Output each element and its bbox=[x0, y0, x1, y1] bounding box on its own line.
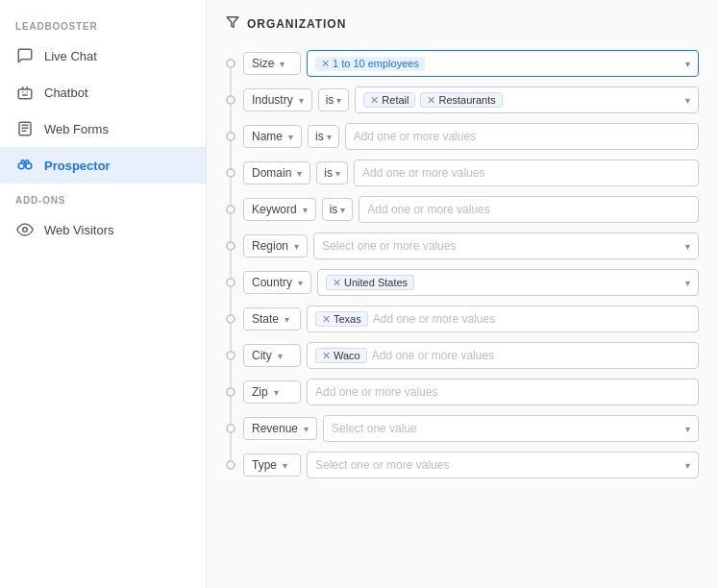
field-button-zip[interactable]: Zip ▾ bbox=[243, 380, 301, 404]
chevron-down-icon: ▾ bbox=[685, 241, 690, 252]
chevron-down-icon: ▾ bbox=[278, 351, 283, 361]
chat-icon bbox=[15, 46, 35, 65]
type-value-dropdown[interactable]: Select one or more values ▾ bbox=[307, 452, 699, 478]
operator-button-industry[interactable]: is ▾ bbox=[318, 88, 350, 111]
filter-dot-domain bbox=[226, 168, 235, 178]
filter-list: Size ▾ ✕ 1 to 10 employees ▾ Industry ▾ … bbox=[226, 45, 699, 483]
chevron-down-icon: ▾ bbox=[685, 278, 690, 288]
operator-button-name[interactable]: is ▾ bbox=[308, 125, 339, 148]
filter-row-city: City ▾ ✕ Waco Add one or more values bbox=[226, 337, 699, 374]
chevron-down-icon: ▾ bbox=[340, 205, 345, 215]
close-icon[interactable]: ✕ bbox=[370, 95, 379, 106]
filter-row-country: Country ▾ ✕ United States ▾ bbox=[226, 264, 699, 301]
zip-value-field[interactable]: Add one or more values bbox=[307, 379, 699, 405]
operator-button-keyword[interactable]: is ▾ bbox=[322, 198, 354, 221]
filter-row-size: Size ▾ ✕ 1 to 10 employees ▾ bbox=[226, 45, 699, 82]
field-button-keyword[interactable]: Keyword ▾ bbox=[243, 198, 316, 221]
field-button-domain[interactable]: Domain ▾ bbox=[243, 161, 310, 184]
country-value-dropdown[interactable]: ✕ United States ▾ bbox=[317, 269, 699, 296]
field-label-keyword: Keyword bbox=[252, 203, 297, 216]
filter-dot-keyword bbox=[226, 205, 235, 214]
svg-marker-5 bbox=[227, 17, 238, 28]
close-icon[interactable]: ✕ bbox=[322, 314, 331, 325]
leadbooster-section-label: LEADBOOSTER bbox=[0, 10, 206, 37]
filter-row-type: Type ▾ Select one or more values ▾ bbox=[226, 447, 699, 483]
sidebar-item-web-visitors[interactable]: Web Visitors bbox=[0, 211, 206, 248]
field-button-revenue[interactable]: Revenue ▾ bbox=[243, 417, 317, 440]
field-label-region: Region bbox=[252, 239, 288, 253]
industry-tag-restaurants: ✕ Restaurants bbox=[420, 92, 502, 108]
chevron-down-icon: ▾ bbox=[285, 314, 289, 325]
filter-dot-type bbox=[226, 460, 235, 470]
field-button-industry[interactable]: Industry ▾ bbox=[243, 88, 312, 111]
chevron-down-icon: ▾ bbox=[336, 95, 341, 106]
keyword-value-field[interactable]: Add one or more values bbox=[359, 196, 699, 223]
operator-label-name: is bbox=[315, 130, 324, 143]
field-label-state: State bbox=[252, 312, 279, 326]
region-value-dropdown[interactable]: Select one or more values ▾ bbox=[313, 233, 699, 259]
filter-dot-zip bbox=[226, 387, 235, 397]
filter-dot-size bbox=[226, 59, 235, 68]
chevron-down-icon: ▾ bbox=[685, 59, 690, 69]
industry-value-field[interactable]: ✕ Retail ✕ Restaurants ▾ bbox=[355, 86, 699, 113]
filter-row-region: Region ▾ Select one or more values ▾ bbox=[226, 228, 699, 264]
state-tag-texas: ✕ Texas bbox=[315, 311, 368, 327]
operator-button-domain[interactable]: is ▾ bbox=[316, 161, 348, 184]
filter-dot-revenue bbox=[226, 424, 235, 433]
operator-label-keyword: is bbox=[330, 203, 338, 216]
field-label-city: City bbox=[252, 349, 272, 362]
close-icon[interactable]: ✕ bbox=[427, 95, 435, 106]
domain-value-field[interactable]: Add one or more values bbox=[354, 159, 699, 186]
filter-dot-city bbox=[226, 351, 235, 360]
section-header: ORGANIZATION bbox=[226, 15, 699, 32]
field-label-name: Name bbox=[252, 130, 283, 143]
chevron-down-icon: ▾ bbox=[283, 460, 287, 471]
filter-dot-name bbox=[226, 132, 235, 141]
filter-dot-country bbox=[226, 278, 235, 287]
sidebar-item-live-chat[interactable]: Live Chat bbox=[0, 37, 206, 74]
chevron-down-icon: ▾ bbox=[274, 387, 279, 398]
size-value-dropdown[interactable]: ✕ 1 to 10 employees ▾ bbox=[307, 50, 699, 77]
field-button-state[interactable]: State ▾ bbox=[243, 307, 301, 331]
state-value-field[interactable]: ✕ Texas Add one or more values bbox=[307, 306, 699, 332]
name-placeholder: Add one or more values bbox=[354, 130, 476, 143]
field-button-city[interactable]: City ▾ bbox=[243, 344, 301, 367]
chevron-down-icon: ▾ bbox=[685, 424, 690, 434]
svg-point-3 bbox=[26, 163, 32, 169]
sidebar-item-prospector[interactable]: Prospector bbox=[0, 147, 206, 184]
section-title: ORGANIZATION bbox=[247, 17, 346, 31]
close-icon[interactable]: ✕ bbox=[322, 351, 331, 361]
chevron-down-icon: ▾ bbox=[294, 241, 299, 252]
sidebar-item-web-forms[interactable]: Web Forms bbox=[0, 110, 206, 147]
type-placeholder: Select one or more values bbox=[315, 458, 449, 472]
sidebar-item-chatbot[interactable]: Chatbot bbox=[0, 74, 206, 110]
keyword-placeholder: Add one or more values bbox=[367, 203, 489, 216]
field-button-type[interactable]: Type ▾ bbox=[243, 453, 301, 477]
name-value-field[interactable]: Add one or more values bbox=[345, 123, 699, 150]
domain-placeholder: Add one or more values bbox=[362, 166, 484, 180]
field-label-industry: Industry bbox=[252, 93, 293, 107]
field-label-country: Country bbox=[252, 276, 292, 289]
field-label-type: Type bbox=[252, 458, 277, 472]
chevron-down-icon: ▾ bbox=[327, 132, 332, 142]
close-icon[interactable]: ✕ bbox=[333, 278, 341, 288]
field-button-country[interactable]: Country ▾ bbox=[243, 271, 311, 294]
sidebar: LEADBOOSTER Live Chat Chatbot Web Forms bbox=[0, 0, 207, 588]
close-icon[interactable]: ✕ bbox=[321, 58, 330, 70]
chevron-down-icon: ▾ bbox=[303, 205, 308, 215]
eye-icon bbox=[15, 220, 35, 239]
field-button-size[interactable]: Size ▾ bbox=[243, 52, 301, 75]
field-label-zip: Zip bbox=[252, 385, 268, 399]
field-button-region[interactable]: Region ▾ bbox=[243, 234, 308, 257]
operator-label-domain: is bbox=[324, 166, 333, 180]
filter-row-name: Name ▾ is ▾ Add one or more values bbox=[226, 118, 699, 155]
field-button-name[interactable]: Name ▾ bbox=[243, 125, 302, 148]
revenue-value-dropdown[interactable]: Select one value ▾ bbox=[323, 415, 699, 442]
filter-dot-region bbox=[226, 241, 235, 251]
chevron-down-icon: ▾ bbox=[299, 95, 304, 106]
sidebar-item-label-prospector: Prospector bbox=[44, 159, 111, 173]
city-value-field[interactable]: ✕ Waco Add one or more values bbox=[307, 342, 699, 369]
filter-row-industry: Industry ▾ is ▾ ✕ Retail ✕ Restaurants ▾ bbox=[226, 82, 699, 118]
main-content: ORGANIZATION Size ▾ ✕ 1 to 10 employees … bbox=[207, 0, 718, 588]
state-placeholder: Add one or more values bbox=[373, 312, 495, 326]
